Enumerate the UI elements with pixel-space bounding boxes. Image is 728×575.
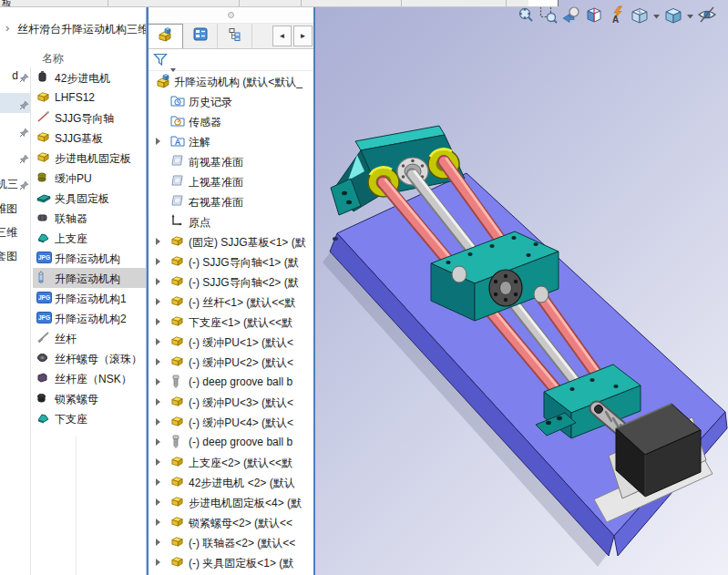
expand-arrow-icon[interactable] [156, 298, 160, 305]
quickaccess-item[interactable] [0, 120, 30, 140]
expand-arrow-icon[interactable] [156, 478, 160, 486]
quickaccess-item-label: 维图 [0, 201, 17, 217]
file-list-item[interactable]: 42步进电机 [33, 67, 146, 87]
tree-item[interactable]: (固定) SJJG基板<1> (默 [149, 231, 313, 252]
origin-icon [170, 214, 187, 229]
zoom-to-fit-button[interactable] [516, 6, 536, 26]
file-list-item[interactable]: 升降运动机构 [33, 268, 146, 288]
expand-arrow-icon[interactable] [156, 539, 160, 546]
quickaccess-item[interactable]: 三维 [0, 221, 30, 241]
quickaccess-item[interactable]: d [0, 66, 30, 86]
tree-item[interactable]: A注解 [149, 131, 313, 151]
quickaccess-item[interactable]: 机三 [0, 173, 30, 193]
previous-view-button[interactable] [561, 6, 581, 26]
tree-root-item[interactable]: 升降运动机构 (默认<默认_ [149, 71, 313, 91]
expand-arrow-icon[interactable] [156, 438, 160, 446]
expand-arrow-icon[interactable] [156, 258, 160, 265]
zoom-to-area-button[interactable] [538, 6, 559, 26]
file-list-item[interactable]: 下支座 [33, 408, 146, 428]
expand-arrow-icon[interactable] [156, 559, 160, 566]
file-list-item[interactable]: 夹具固定板 [33, 188, 146, 208]
tree-item[interactable]: (-) SJJG导向轴<1> (默 [149, 252, 313, 272]
file-list-item[interactable]: JPG升降运动机构2 [33, 308, 146, 328]
expand-arrow-icon[interactable] [156, 418, 160, 426]
expand-arrow-icon[interactable] [156, 519, 160, 526]
file-list-item[interactable]: JPG升降运动机构1 [33, 288, 146, 308]
tree-item[interactable]: 右视基准面 [149, 191, 313, 211]
flange-nut[interactable] [489, 270, 522, 306]
tree-item[interactable]: 锁紧螺母<2> (默认<< [149, 512, 313, 532]
view-orientation-caret-icon[interactable] [652, 6, 661, 26]
display-style-button[interactable] [663, 6, 683, 26]
file-name: 升降运动机构 [55, 272, 120, 287]
tree-item-label: 历史记录 [189, 95, 232, 110]
file-list-item[interactable]: 丝杆座（NSK） [33, 368, 146, 388]
expand-arrow-icon[interactable] [156, 458, 160, 466]
propertymanager-tab[interactable] [183, 24, 218, 48]
view-orientation-button[interactable] [630, 6, 650, 26]
file-name: 锁紧螺母 [55, 392, 98, 407]
tree-item[interactable]: 42步进电机 <2> (默认 [149, 472, 313, 492]
expand-arrow-icon[interactable] [156, 498, 160, 506]
hide-annotations-button[interactable]: A [607, 6, 627, 26]
pin-icon [19, 125, 29, 140]
expand-arrow-icon[interactable] [156, 278, 160, 285]
file-list-item[interactable]: SJJG导向轴 [33, 108, 146, 128]
expand-arrow-icon[interactable] [156, 318, 160, 325]
assembly-icon [170, 274, 187, 289]
featuremanager-tab[interactable] [149, 24, 183, 48]
file-list-item[interactable]: JPG升降运动机构 [33, 248, 146, 268]
section-view-button[interactable] [584, 6, 604, 26]
file-list-item[interactable]: 缓冲PU [33, 168, 146, 188]
configurationmanager-tab[interactable] [218, 24, 252, 48]
tree-item[interactable]: 步进电机固定板<4> (默 [149, 492, 313, 512]
tree-item[interactable]: 前视基准面 [149, 151, 313, 171]
file-list-item[interactable]: 锁紧螺母 [33, 388, 146, 408]
file-list-item[interactable]: LHFS12 [33, 87, 146, 108]
file-list-item[interactable]: 丝杆 [33, 328, 146, 348]
tab-scroll-right-button[interactable]: ► [293, 26, 313, 46]
expand-arrow-icon[interactable] [156, 338, 160, 345]
tree-item[interactable]: (-) 联轴器<2> (默认<< [149, 532, 313, 552]
expand-arrow-icon[interactable] [156, 378, 160, 385]
tree-item[interactable]: (-) deep groove ball b [149, 432, 313, 452]
tree-item-label: (-) SJJG导向轴<1> (默 [189, 255, 299, 271]
quickaccess-item[interactable] [0, 93, 30, 113]
tree-item[interactable]: (-) 缓冲PU<2> (默认< [149, 352, 313, 372]
tree-item[interactable]: 原点 [149, 211, 313, 231]
tree-item[interactable]: (-) 夹具固定板<1> (默 [149, 552, 313, 572]
tree-item[interactable]: (-) 丝杆<1> (默认<<默 [149, 292, 313, 312]
tree-item[interactable]: 上支座<2> (默认<<默 [149, 452, 313, 472]
expand-arrow-icon[interactable] [156, 398, 160, 406]
panel-splitter-handle[interactable] [149, 7, 313, 24]
tree-item[interactable]: 历史记录 [149, 91, 313, 111]
file-list-item[interactable]: 步进电机固定板 [33, 148, 146, 168]
tree-item[interactable]: (-) deep groove ball b [149, 372, 313, 392]
tree-item[interactable]: (-) SJJG导向轴<2> (默 [149, 272, 313, 292]
quickaccess-item[interactable]: 维图 [0, 198, 30, 218]
quickaccess-item[interactable]: 套图 [0, 245, 30, 265]
tree-item[interactable]: 传感器 [149, 111, 313, 131]
tree-item[interactable]: (-) 缓冲PU<1> (默认< [149, 332, 313, 352]
expand-arrow-icon[interactable] [156, 238, 160, 245]
tree-item[interactable]: (-) 缓冲PU<4> (默认< [149, 412, 313, 432]
file-name: 丝杆座（NSK） [55, 372, 132, 387]
file-list-item[interactable]: 联轴器 [33, 208, 146, 228]
expand-arrow-icon[interactable] [156, 138, 160, 145]
display-style-caret-icon[interactable] [686, 6, 694, 26]
column-header-name[interactable]: 名称 [42, 51, 64, 67]
tree-item-label: 锁紧螺母<2> (默认<< [189, 516, 292, 531]
tree-item[interactable]: 上视基准面 [149, 171, 313, 191]
file-list-item[interactable]: 丝杆螺母（滚珠） [33, 348, 146, 368]
file-list-item[interactable]: SJJG基板 [33, 128, 146, 148]
file-name: 丝杆螺母（滚珠） [55, 352, 142, 367]
quickaccess-item[interactable] [0, 147, 30, 167]
expand-arrow-icon[interactable] [156, 358, 160, 365]
tab-scroll-left-button[interactable]: ◄ [272, 26, 292, 46]
tree-item[interactable]: 下支座<1> (默认<<默 [149, 312, 313, 332]
filter-icon[interactable] [153, 53, 169, 70]
tree-item[interactable]: (-) 缓冲PU<3> (默认< [149, 392, 313, 412]
file-list-item[interactable]: 上支座 [33, 228, 146, 248]
hide-show-items-button[interactable] [697, 6, 717, 26]
breadcrumb-text: 丝杆滑台升降运动机构三维 [17, 22, 146, 37]
